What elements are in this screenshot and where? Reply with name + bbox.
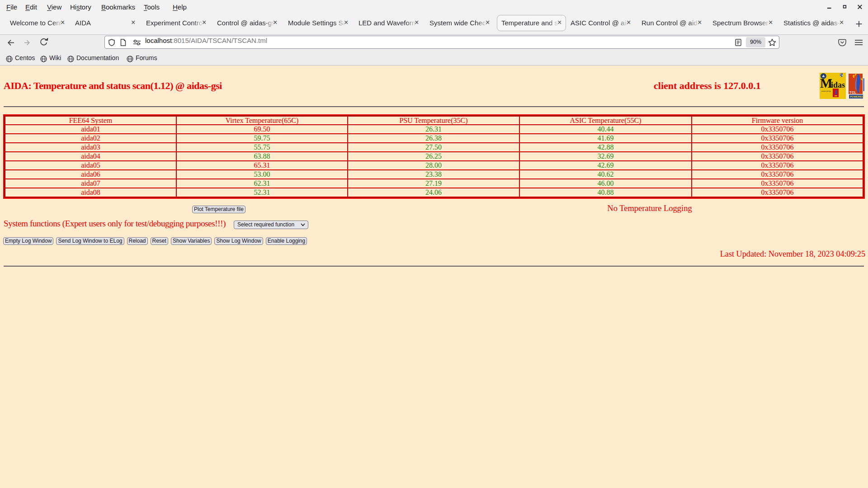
svg-text:TCL: TCL bbox=[849, 91, 857, 94]
svg-text:powered by: powered by bbox=[821, 90, 831, 92]
svg-text:idas: idas bbox=[831, 80, 845, 89]
svg-text:POWERED: POWERED bbox=[850, 95, 863, 98]
